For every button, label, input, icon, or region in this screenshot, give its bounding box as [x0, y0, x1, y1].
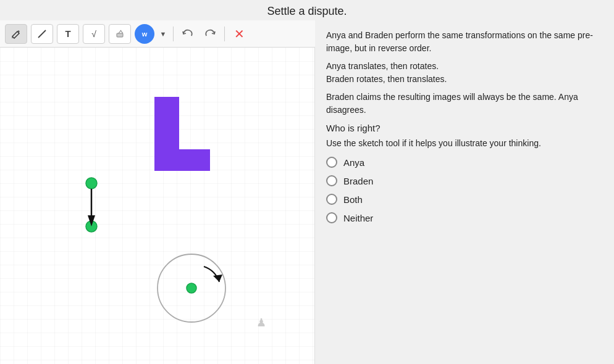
- option-both[interactable]: Both: [326, 194, 603, 205]
- answer-options: Anya Braden Both Neither: [326, 157, 603, 223]
- option-anya-label: Anya: [343, 157, 364, 168]
- svg-rect-4: [154, 149, 210, 171]
- right-panel: Anya and Braden perform the same transfo…: [315, 20, 614, 364]
- radio-neither[interactable]: [326, 212, 337, 223]
- svg-point-5: [86, 178, 97, 189]
- color-picker-button[interactable]: w: [135, 24, 154, 44]
- color-dropdown-button[interactable]: ▼: [158, 25, 168, 43]
- option-anya[interactable]: Anya: [326, 157, 603, 168]
- radio-anya[interactable]: [326, 157, 337, 168]
- redo-button[interactable]: [201, 25, 219, 43]
- svg-point-10: [187, 283, 196, 293]
- drawing-canvas[interactable]: ♟: [0, 48, 315, 364]
- svg-rect-1: [117, 33, 123, 37]
- clear-button[interactable]: ✕: [230, 25, 248, 43]
- undo-button[interactable]: [179, 25, 197, 43]
- question-text: Who is right?: [326, 123, 603, 133]
- radio-both[interactable]: [326, 194, 337, 205]
- svg-rect-2: [0, 48, 314, 364]
- text-tool-button[interactable]: T: [57, 24, 79, 44]
- svg-text:♟: ♟: [256, 316, 266, 329]
- hint-text: Use the sketch tool if it helps you illu…: [326, 138, 603, 148]
- svg-line-0: [38, 30, 46, 38]
- pencil-tool-button[interactable]: [5, 24, 27, 44]
- option-braden-label: Braden: [343, 176, 373, 186]
- option-both-label: Both: [343, 194, 363, 205]
- option-braden[interactable]: Braden: [326, 175, 603, 186]
- problem-description-1: Anya and Braden perform the same transfo…: [326, 29, 603, 117]
- toolbar: T √ w ▼: [0, 20, 315, 48]
- toolbar-separator-2: [224, 27, 225, 41]
- braden-line: Braden rotates, then translates.: [326, 74, 447, 84]
- anya-line: Anya translates, then rotates.: [326, 61, 439, 71]
- toolbar-separator: [173, 27, 174, 41]
- line-tool-button[interactable]: [31, 24, 53, 44]
- option-neither-label: Neither: [343, 213, 373, 223]
- eraser-tool-button[interactable]: [109, 24, 131, 44]
- page-title: Settle a dispute.: [0, 0, 614, 20]
- sqrt-tool-button[interactable]: √: [83, 24, 105, 44]
- left-panel: T √ w ▼: [0, 20, 315, 364]
- option-neither[interactable]: Neither: [326, 212, 603, 223]
- radio-braden[interactable]: [326, 175, 337, 186]
